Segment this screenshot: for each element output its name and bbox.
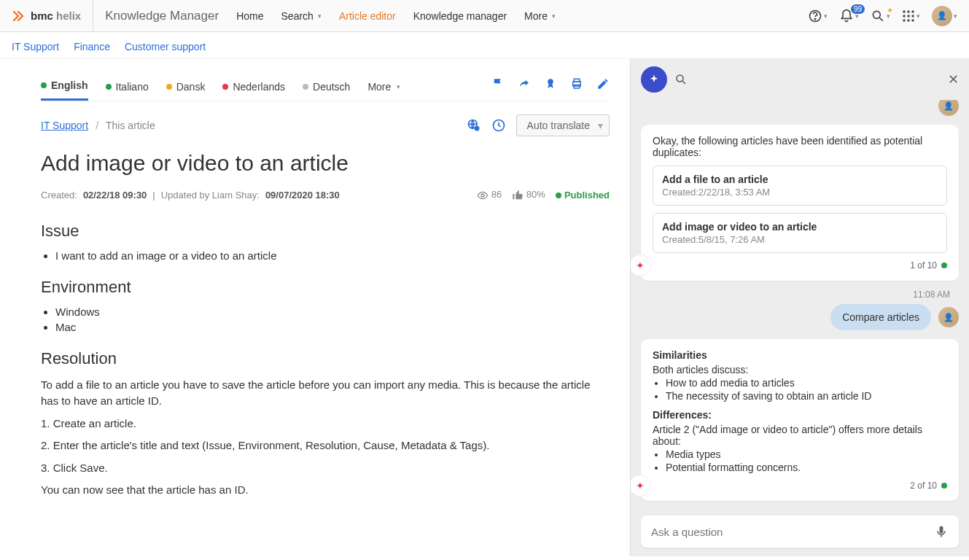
visibility-button[interactable] (467, 118, 481, 133)
lang-tab-english[interactable]: English (41, 74, 88, 101)
sparkle-icon: ✦ (887, 6, 893, 15)
breadcrumb-sep: / (96, 120, 98, 131)
breadcrumb-current: This article (106, 120, 155, 131)
resolution-step: 1. Create an article. (41, 416, 610, 432)
flag-button[interactable] (491, 77, 505, 90)
chevron-down-icon: ▾ (824, 12, 828, 20)
share-icon (518, 77, 531, 90)
status-dot-icon (222, 84, 228, 90)
differences-intro: Article 2 ("Add image or video to articl… (653, 424, 947, 447)
grid-icon (902, 9, 915, 23)
nav-home[interactable]: Home (236, 10, 263, 22)
env-item: Mac (55, 321, 610, 333)
breadcrumb-root[interactable]: IT Support (41, 120, 88, 131)
svg-point-20 (481, 194, 484, 197)
svg-point-2 (873, 11, 880, 18)
ai-assistant-button[interactable] (641, 66, 667, 93)
updated-label: Updated by Liam Shay: (161, 190, 260, 201)
timestamp: 11:08 AM (650, 289, 950, 300)
chat-input[interactable] (651, 526, 934, 538)
nav-knowledge-manager[interactable]: Knowledge manager (413, 10, 507, 22)
print-icon (570, 77, 583, 90)
award-button[interactable] (544, 77, 557, 90)
lang-tab-deutsch[interactable]: Deutsch (303, 75, 350, 100)
svg-line-22 (682, 81, 685, 84)
chat-input-container (641, 516, 959, 548)
globe-lock-icon (467, 118, 481, 133)
chevron-down-icon: ▾ (318, 12, 322, 20)
subnav-finance[interactable]: Finance (74, 41, 110, 52)
notifications-button[interactable]: 99▾ (839, 9, 859, 23)
svg-point-18 (474, 126, 479, 131)
resolution-step: 3. Click Save. (41, 460, 610, 477)
history-button[interactable] (491, 118, 506, 133)
chevron-down-icon: ▾ (917, 12, 920, 20)
brand-bmc: bmc (31, 9, 53, 22)
result-title: Add a file to an article (662, 174, 938, 185)
help-button[interactable]: ▾ (808, 9, 828, 23)
apps-button[interactable]: ▾ (902, 9, 920, 23)
notification-badge: 99 (851, 4, 865, 14)
created-date: 02/22/18 09:30 (83, 190, 147, 201)
lang-label: Dansk (176, 81, 206, 93)
edit-button[interactable] (596, 77, 610, 90)
chat-search-button[interactable] (674, 73, 688, 86)
meta-sep: | (152, 190, 155, 201)
mic-button[interactable] (934, 524, 949, 539)
ai-badge: ✦ (631, 254, 651, 276)
rating: 80% (512, 189, 545, 201)
subnav-it-support[interactable]: IT Support (12, 41, 59, 52)
chevron-down-icon: ▾ (954, 12, 957, 20)
resolution-step: You can now see that the article has an … (41, 482, 610, 499)
svg-rect-11 (908, 19, 910, 21)
nav-search-label: Search (281, 10, 314, 22)
views: 86 (477, 189, 502, 201)
share-button[interactable] (518, 77, 531, 90)
status-dot-icon (941, 262, 947, 268)
svg-point-1 (814, 18, 815, 19)
print-button[interactable] (570, 77, 583, 90)
svg-rect-9 (912, 15, 914, 17)
created-label: Created: (41, 190, 77, 201)
status-dot-icon (166, 84, 172, 90)
lang-tab-dansk[interactable]: Dansk (166, 75, 206, 100)
lang-label: Nederlands (233, 81, 285, 93)
app-name: Knowledge Manager (105, 9, 219, 23)
assistant-message: Okay, the following articles have been i… (641, 125, 959, 281)
issue-heading: Issue (41, 222, 610, 241)
auto-translate-dropdown[interactable]: Auto translate (516, 114, 610, 136)
brand-logo[interactable]: bmc helix (12, 0, 93, 31)
lang-tab-more[interactable]: More▾ (367, 75, 400, 100)
lang-tab-italiano[interactable]: Italiano (106, 75, 149, 100)
svg-rect-7 (903, 15, 906, 17)
svg-rect-23 (940, 526, 943, 534)
bmc-logo-icon (12, 9, 25, 23)
pagination: 1 of 10 (910, 260, 937, 271)
views-count: 86 (491, 189, 502, 200)
env-item: Windows (55, 306, 610, 318)
nav-more[interactable]: More▾ (524, 10, 556, 22)
duplicate-result[interactable]: Add image or video to an article Created… (653, 213, 947, 253)
profile-button[interactable]: 👤▾ (932, 6, 957, 26)
svg-rect-4 (903, 10, 906, 12)
nav-article-editor[interactable]: Article editor (339, 10, 396, 22)
mic-icon (934, 524, 949, 539)
lang-label: Italiano (116, 81, 149, 93)
nav-more-label: More (524, 10, 548, 22)
resolution-heading: Resolution (41, 349, 610, 368)
chat-close-button[interactable]: ✕ (948, 71, 959, 88)
result-meta: Created:5/8/15, 7:26 AM (662, 234, 938, 245)
lang-tab-nederlands[interactable]: Nederlands (222, 75, 285, 100)
duplicate-result[interactable]: Add a file to an article Created:2/22/18… (653, 166, 947, 206)
svg-rect-6 (912, 10, 914, 12)
sparkle-icon (648, 74, 660, 85)
flag-icon (491, 77, 505, 90)
search-button[interactable]: ✦▾ (871, 9, 890, 23)
subnav-customer-support[interactable]: Customer support (125, 41, 206, 52)
chevron-down-icon: ▾ (552, 12, 556, 20)
nav-search[interactable]: Search▾ (281, 10, 322, 22)
status: Published (556, 190, 610, 201)
similarity-item: The necessity of saving to obtain an art… (666, 390, 947, 402)
issue-item: I want to add an image or a video to an … (55, 249, 610, 262)
svg-rect-10 (903, 19, 906, 21)
